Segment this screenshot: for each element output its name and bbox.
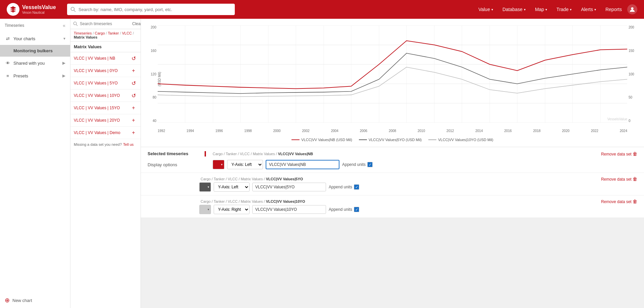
- y-left-120: 120: [151, 72, 156, 76]
- x-label-2020: 2020: [562, 129, 570, 133]
- row-10yo-controls: ▾ Y-Axis: Left Y-Axis: Right Append unit…: [199, 205, 637, 216]
- color-swatch-light: [201, 207, 207, 212]
- ts-item-demo[interactable]: VLCC | VV Values | Demo +: [70, 127, 141, 139]
- ts-item-nb[interactable]: VLCC | VV Values | NB ↺: [70, 52, 141, 65]
- ts-item-demo-add-icon[interactable]: +: [130, 129, 137, 136]
- x-label-2010: 2010: [418, 129, 425, 133]
- x-label-2002: 2002: [302, 129, 310, 133]
- ts-item-nb-refresh-icon[interactable]: ↺: [130, 55, 137, 62]
- y-right-100: 100: [629, 72, 634, 76]
- chart-x-labels: 1992 1994 1996 1998 2000 2002 2004 2006 …: [158, 129, 627, 133]
- plus-icon: ⊕: [5, 297, 10, 304]
- red-bar: [205, 151, 206, 157]
- ts-item-5yo-refresh-icon[interactable]: ↺: [130, 79, 137, 87]
- ts-item-5yo[interactable]: VLCC | VV Values | 5YO ↺: [70, 77, 141, 89]
- append-units-checkbox-nb[interactable]: ✓: [367, 162, 373, 167]
- breadcrumb-tanker[interactable]: Tanker: [108, 31, 119, 35]
- y-left-80: 80: [153, 96, 156, 99]
- remove-btn-5yo[interactable]: Remove data set 🗑: [601, 176, 637, 182]
- chart-svg: [158, 25, 627, 123]
- y-axis-select-10yo[interactable]: Y-Axis: Left Y-Axis: Right: [214, 205, 250, 214]
- header-nav: Value ▾ Database ▾ Map ▾ Trade ▾ Alerts …: [474, 4, 637, 15]
- chart-container: 200 160 120 80 40 (USD Mil) 200 150 100 …: [148, 25, 637, 133]
- search-icon: [70, 7, 76, 12]
- color-chevron-5yo: ▾: [208, 185, 209, 189]
- ts-clear-button[interactable]: Clear: [132, 21, 142, 26]
- color-swatch-dark: [201, 185, 207, 189]
- append-units-checkbox-10yo[interactable]: ✓: [354, 207, 359, 212]
- main-container: Timeseries « ⇄ Your charts ▾ Monitoring …: [0, 19, 644, 308]
- sidebar-collapse-button[interactable]: «: [63, 23, 65, 28]
- legend-line-red: [291, 139, 300, 140]
- monitoring-bulkers-label: Monitoring bulkers: [5, 48, 65, 53]
- breadcrumb-timeseries[interactable]: Timeseries: [74, 31, 92, 35]
- ts-item-15yo-add-icon[interactable]: +: [130, 104, 137, 112]
- y-left-40: 40: [153, 119, 156, 123]
- detail-panel-header-row: Selected timeseries Cargo / Tanker / VLC…: [141, 147, 644, 158]
- ts-item-0yo[interactable]: VLCC | VV Values | 0YO +: [70, 65, 141, 77]
- ts-item-20yo-add-icon[interactable]: +: [130, 117, 137, 124]
- sidebar-item-your-charts[interactable]: ⇄ Your charts ▾: [0, 32, 70, 45]
- search-input[interactable]: [78, 7, 231, 12]
- user-menu-button[interactable]: [627, 4, 637, 14]
- detail-path-10yo: Cargo / Tanker / VLCC / Matrix Values / …: [148, 197, 637, 205]
- legend-line-dark-gray: [359, 139, 367, 140]
- ts-search-input[interactable]: [80, 21, 130, 26]
- detail-row-10yo: Cargo / Tanker / VLCC / Matrix Values / …: [141, 195, 644, 218]
- breadcrumb-vlcc[interactable]: VLCC: [122, 31, 132, 35]
- name-input-nb[interactable]: [266, 160, 339, 169]
- nav-value[interactable]: Value ▾: [474, 4, 497, 15]
- nav-database[interactable]: Database ▾: [498, 4, 530, 15]
- sidebar: Timeseries « ⇄ Your charts ▾ Monitoring …: [0, 19, 70, 308]
- svg-line-4: [76, 24, 77, 26]
- ts-search-icon: [73, 21, 78, 26]
- x-label-1992: 1992: [158, 129, 165, 133]
- ts-item-20yo[interactable]: VLCC | VV Values | 20YO +: [70, 114, 141, 127]
- name-input-5yo[interactable]: [252, 183, 326, 191]
- new-chart-button[interactable]: ⊕ New chart: [0, 293, 70, 308]
- color-picker-10yo[interactable]: ▾: [199, 205, 211, 214]
- legend-item-5yo: VLCC|VV Values|5YO (USD Mil): [359, 138, 422, 142]
- remove-btn-nb[interactable]: Remove data set 🗑: [601, 151, 637, 157]
- ts-item-15yo[interactable]: VLCC | VV Values | 15YO +: [70, 102, 141, 114]
- ts-item-nb-label: VLCC | VV Values | NB: [74, 56, 130, 61]
- ts-section-title: Matrix Values: [70, 42, 141, 52]
- x-label-1998: 1998: [244, 129, 252, 133]
- ts-tell-us-link[interactable]: Tell us: [123, 142, 133, 146]
- color-picker-5yo[interactable]: ▾: [199, 182, 211, 192]
- display-options-nb: Display options: [148, 162, 198, 167]
- trash-icon-10yo[interactable]: 🗑: [633, 199, 637, 204]
- append-units-checkbox-5yo[interactable]: ✓: [354, 184, 359, 190]
- ts-item-10yo-refresh-icon[interactable]: ↺: [130, 92, 137, 99]
- sidebar-title: Timeseries: [5, 23, 24, 28]
- ts-item-0yo-add-icon[interactable]: +: [130, 67, 137, 74]
- trash-icon-5yo[interactable]: 🗑: [633, 176, 637, 182]
- sidebar-item-shared-with-you[interactable]: 👁 Shared with you ▶: [0, 57, 70, 69]
- breadcrumb-cargo[interactable]: Cargo: [95, 31, 105, 35]
- sidebar-item-monitoring-bulkers[interactable]: Monitoring bulkers: [0, 45, 70, 57]
- detail-row-5yo: Cargo / Tanker / VLCC / Matrix Values / …: [141, 173, 644, 195]
- presets-arrow-icon: ▶: [62, 73, 65, 78]
- y-axis-select-nb[interactable]: Y-Axis: Left Y-Axis: Right: [227, 160, 263, 169]
- presets-label: Presets: [13, 73, 60, 78]
- y-left-200: 200: [151, 25, 156, 29]
- nav-reports[interactable]: Reports: [601, 4, 626, 15]
- nav-trade[interactable]: Trade ▾: [552, 4, 576, 15]
- y-axis-select-5yo[interactable]: Y-Axis: Left Y-Axis: Right: [214, 182, 250, 192]
- y-right-0: 0: [629, 119, 631, 123]
- sidebar-header: Timeseries «: [0, 19, 70, 32]
- timeseries-panel: Clear Timeseries / Cargo / Tanker / VLCC…: [70, 19, 141, 308]
- name-input-10yo[interactable]: [252, 205, 326, 214]
- row-5yo-controls: ▾ Y-Axis: Left Y-Axis: Right Append unit…: [199, 182, 637, 194]
- remove-btn-10yo[interactable]: Remove data set 🗑: [601, 199, 637, 204]
- nav-alerts[interactable]: Alerts ▾: [577, 4, 600, 15]
- legend-item-nb: VLCC|VV Values|NB (USD Mil): [291, 138, 352, 142]
- trash-icon-nb[interactable]: 🗑: [633, 151, 637, 157]
- ts-item-10yo[interactable]: VLCC | VV Values | 10YO ↺: [70, 89, 141, 102]
- nav-map[interactable]: Map ▾: [531, 4, 551, 15]
- sidebar-item-presets[interactable]: ≡ Presets ▶: [0, 69, 70, 82]
- color-picker-nb[interactable]: ▾: [213, 160, 224, 169]
- alerts-chevron-icon: ▾: [594, 8, 596, 11]
- legend-item-10yo: VLCC|VV Values|10YO (USD Mil): [428, 138, 493, 142]
- x-label-2014: 2014: [475, 129, 483, 133]
